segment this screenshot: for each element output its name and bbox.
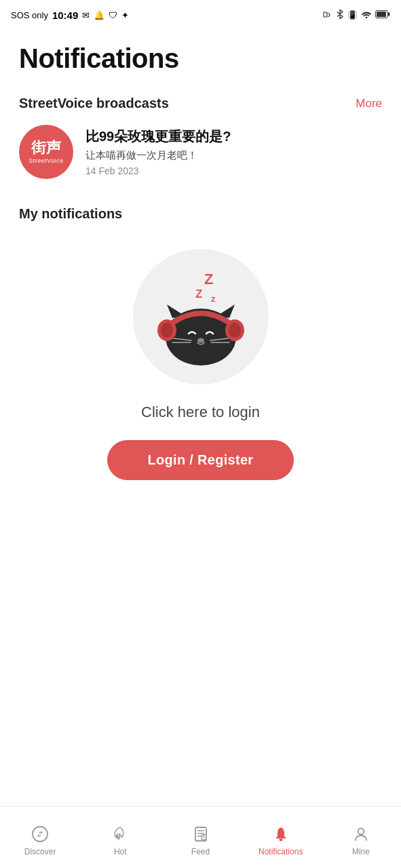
svg-point-27 (279, 838, 282, 841)
nav-label-hot: Hot (114, 847, 127, 856)
broadcast-avatar: 街声 StreetVoice (19, 125, 73, 179)
status-right: 📳 (323, 9, 390, 21)
cat-illustration-container: Z Z z (133, 249, 269, 384)
nav-item-discover[interactable]: Discover (0, 819, 80, 856)
svg-text:Z: Z (195, 288, 202, 300)
svg-rect-0 (324, 12, 327, 17)
svg-text:z: z (211, 294, 216, 304)
nav-item-feed[interactable]: Feed (160, 819, 240, 856)
vibrate-icon: 📳 (347, 10, 358, 20)
sleeping-cat-icon: Z Z z (147, 262, 255, 371)
feed-icon (191, 825, 210, 844)
broadcast-card[interactable]: 街声 StreetVoice 比99朵玫瑰更重要的是? 让本喵再做一次月老吧！ … (19, 125, 382, 179)
broadcast-date: 14 Feb 2023 (85, 165, 382, 176)
empty-login-text[interactable]: Click here to login (141, 403, 260, 421)
nav-item-notifications[interactable]: Notifications (241, 819, 321, 856)
bottom-nav: Discover Hot Feed (0, 806, 401, 868)
avatar-brand-text: StreetVoice (28, 157, 64, 164)
nav-label-feed: Feed (191, 847, 210, 856)
discover-icon (31, 825, 50, 844)
bell-icon: 🔔 (94, 10, 104, 20)
broadcast-title: 比99朵玫瑰更重要的是? (85, 127, 382, 145)
more-link[interactable]: More (356, 97, 382, 111)
status-time: 10:49 (52, 9, 78, 21)
svg-point-14 (197, 338, 204, 343)
status-bar: SOS only 10:49 ✉ 🔔 🛡 ✦ 📳 (0, 0, 401, 30)
svg-point-20 (39, 833, 41, 835)
svg-rect-2 (377, 12, 386, 17)
nav-label-mine: Mine (352, 847, 370, 856)
mail-icon: ✉ (82, 10, 90, 20)
broadcasts-section-title: StreetVoice broadcasts (19, 96, 169, 111)
svg-point-11 (161, 323, 173, 338)
svg-text:Z: Z (204, 271, 213, 288)
empty-state: Z Z z (19, 249, 382, 480)
nav-item-mine[interactable]: Mine (321, 819, 401, 856)
broadcast-subtitle: 让本喵再做一次月老吧！ (85, 149, 382, 162)
battery-icon (375, 9, 390, 20)
broadcasts-section-header: StreetVoice broadcasts More (19, 96, 382, 111)
svg-rect-3 (388, 13, 390, 16)
nav-item-hot[interactable]: Hot (80, 819, 160, 856)
login-register-button[interactable]: Login / Register (107, 440, 294, 480)
status-left: SOS only 10:49 ✉ 🔔 🛡 ✦ (11, 9, 129, 21)
my-notifications-section: My notifications Z Z z (19, 206, 382, 480)
bluetooth-icon (336, 9, 344, 21)
notifications-icon (271, 825, 290, 844)
my-notifications-title: My notifications (19, 206, 382, 222)
hot-icon (111, 825, 130, 844)
shield-icon: 🛡 (109, 10, 117, 20)
sos-text: SOS only (11, 10, 48, 20)
svg-rect-26 (276, 837, 286, 839)
page-title: Notifications (19, 43, 382, 74)
nav-label-notifications: Notifications (259, 847, 303, 856)
star-icon: ✦ (121, 10, 129, 20)
broadcast-info: 比99朵玫瑰更重要的是? 让本喵再做一次月老吧！ 14 Feb 2023 (85, 125, 382, 176)
svg-point-13 (229, 323, 241, 338)
svg-point-28 (358, 828, 364, 834)
avatar-chinese-text: 街声 (31, 140, 61, 156)
wifi-icon (361, 9, 372, 20)
nav-label-discover: Discover (24, 847, 56, 856)
mine-icon (351, 825, 370, 844)
main-content: Notifications StreetVoice broadcasts Mor… (0, 30, 401, 480)
nfc-icon (323, 9, 332, 21)
